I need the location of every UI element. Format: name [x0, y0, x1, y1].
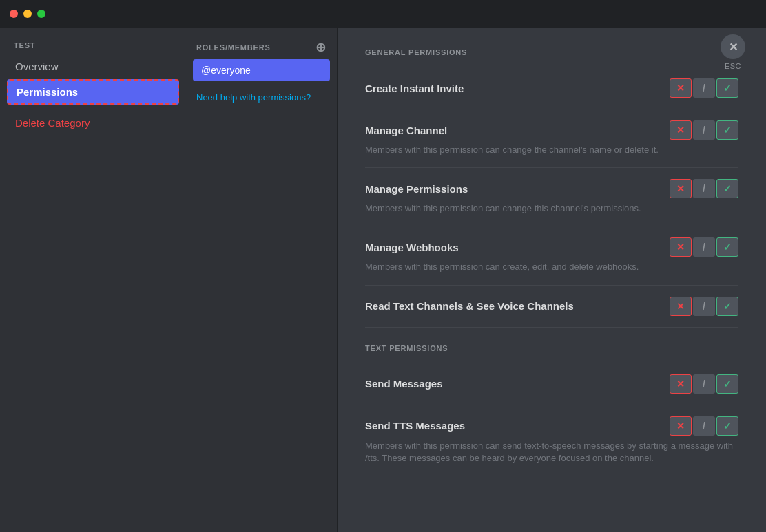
text-permissions-label: TEXT PERMISSIONS: [365, 344, 738, 352]
permissions-panel[interactable]: GENERAL PERMISSIONS Create Instant Invit…: [338, 28, 766, 532]
perm-name-send-tts-messages: Send TTS Messages: [365, 420, 465, 432]
perm-controls-create-instant-invite: ✕ / ✓: [670, 78, 738, 98]
perm-name-read-text-channels: Read Text Channels & See Voice Channels: [365, 300, 574, 312]
add-role-icon[interactable]: ⊕: [315, 41, 327, 54]
esc-button[interactable]: ✕ ESC: [721, 34, 745, 70]
roles-panel-header: ROLES/MEMBERS ⊕: [193, 41, 330, 54]
perm-deny-read-text-channels[interactable]: ✕: [670, 297, 692, 316]
perm-item-create-instant-invite: Create Instant Invite ✕ / ✓: [365, 67, 738, 109]
perm-desc-manage-webhooks: Members with this permission can create,…: [365, 261, 738, 273]
perm-name-send-messages: Send Messages: [365, 378, 443, 390]
perm-neutral-send-tts-messages[interactable]: /: [693, 416, 715, 436]
perm-neutral-create-instant-invite[interactable]: /: [693, 78, 715, 98]
perm-row: Manage Webhooks ✕ / ✓: [365, 237, 738, 257]
roles-panel-label: ROLES/MEMBERS: [196, 43, 271, 52]
perm-name-manage-webhooks: Manage Webhooks: [365, 242, 459, 253]
role-item-everyone[interactable]: @everyone: [193, 59, 330, 81]
perm-desc-manage-permissions: Members with this permission can change …: [365, 202, 738, 215]
close-button[interactable]: [10, 10, 18, 18]
perm-item-read-text-channels: Read Text Channels & See Voice Channels …: [365, 286, 738, 328]
roles-panel: ROLES/MEMBERS ⊕ @everyone Need help with…: [186, 28, 338, 532]
sidebar-item-overview[interactable]: Overview: [7, 55, 179, 78]
perm-desc-send-tts-messages: Members with this permission can send te…: [365, 440, 738, 465]
title-bar: [0, 0, 766, 28]
main-layout: TEST Overview Permissions Delete Categor…: [0, 28, 766, 532]
perm-neutral-manage-channel[interactable]: /: [693, 120, 715, 140]
help-link[interactable]: Need help with permissions?: [193, 92, 330, 103]
perm-deny-send-tts-messages[interactable]: ✕: [670, 416, 692, 436]
perm-allow-manage-channel[interactable]: ✓: [716, 120, 738, 140]
perm-item-send-messages: Send Messages ✕ / ✓: [365, 363, 738, 405]
perm-deny-manage-permissions[interactable]: ✕: [670, 179, 692, 198]
left-sidebar: TEST Overview Permissions Delete Categor…: [0, 28, 186, 532]
sidebar-item-permissions[interactable]: Permissions: [7, 79, 179, 105]
perm-controls-read-text-channels: ✕ / ✓: [670, 297, 738, 316]
perm-controls-manage-channel: ✕ / ✓: [670, 120, 738, 140]
perm-name-manage-permissions: Manage Permissions: [365, 183, 468, 195]
sidebar-item-delete-category[interactable]: Delete Category: [7, 111, 179, 134]
perm-deny-create-instant-invite[interactable]: ✕: [670, 78, 692, 98]
maximize-button[interactable]: [37, 10, 45, 18]
perm-neutral-manage-permissions[interactable]: /: [693, 179, 715, 198]
perm-controls-manage-permissions: ✕ / ✓: [670, 179, 738, 198]
perm-controls-manage-webhooks: ✕ / ✓: [670, 237, 738, 257]
perm-neutral-read-text-channels[interactable]: /: [693, 297, 715, 316]
minimize-button[interactable]: [23, 10, 32, 18]
perm-neutral-manage-webhooks[interactable]: /: [693, 237, 715, 257]
perm-row: Send TTS Messages ✕ / ✓: [365, 416, 738, 436]
perm-controls-send-messages: ✕ / ✓: [670, 374, 738, 394]
perm-item-manage-channel: Manage Channel ✕ / ✓ Members with this p…: [365, 109, 738, 168]
perm-neutral-send-messages[interactable]: /: [693, 374, 715, 394]
perm-deny-send-messages[interactable]: ✕: [670, 374, 692, 394]
perm-allow-create-instant-invite[interactable]: ✓: [716, 78, 738, 98]
esc-label: ESC: [725, 62, 741, 70]
perm-deny-manage-webhooks[interactable]: ✕: [670, 237, 692, 257]
general-permissions-label: GENERAL PERMISSIONS: [365, 48, 738, 56]
perm-deny-manage-channel[interactable]: ✕: [670, 120, 692, 140]
perm-row: Create Instant Invite ✕ / ✓: [365, 78, 738, 98]
perm-row: Read Text Channels & See Voice Channels …: [365, 297, 738, 316]
perm-name-manage-channel: Manage Channel: [365, 125, 447, 136]
perm-allow-manage-permissions[interactable]: ✓: [716, 179, 738, 198]
perm-item-send-tts-messages: Send TTS Messages ✕ / ✓ Members with thi…: [365, 405, 738, 476]
perm-item-manage-webhooks: Manage Webhooks ✕ / ✓ Members with this …: [365, 226, 738, 285]
perm-controls-send-tts-messages: ✕ / ✓: [670, 416, 738, 436]
perm-allow-send-messages[interactable]: ✓: [716, 374, 738, 394]
perm-allow-send-tts-messages[interactable]: ✓: [716, 416, 738, 436]
perm-allow-manage-webhooks[interactable]: ✓: [716, 237, 738, 257]
sidebar-section-label: TEST: [7, 41, 179, 50]
perm-row: Send Messages ✕ / ✓: [365, 374, 738, 394]
perm-row: Manage Channel ✕ / ✓: [365, 120, 738, 140]
perm-name-create-instant-invite: Create Instant Invite: [365, 83, 464, 94]
perm-row: Manage Permissions ✕ / ✓: [365, 179, 738, 198]
perm-desc-manage-channel: Members with this permission can change …: [365, 144, 738, 156]
perm-item-manage-permissions: Manage Permissions ✕ / ✓ Members with th…: [365, 168, 738, 226]
perm-allow-read-text-channels[interactable]: ✓: [716, 297, 738, 316]
esc-circle-icon[interactable]: ✕: [721, 34, 745, 59]
